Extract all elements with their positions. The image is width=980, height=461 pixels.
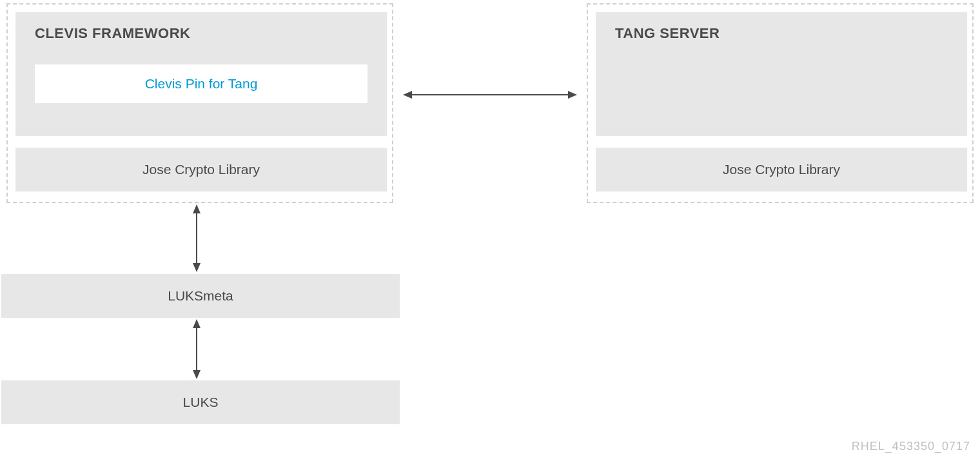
clevis-framework-box: CLEVIS FRAMEWORK Clevis Pin for Tang: [15, 12, 387, 136]
svg-marker-5: [193, 263, 201, 272]
footer-id: RHEL_453350_0717: [852, 440, 970, 453]
luksmeta-box: LUKSmeta: [1, 274, 400, 318]
svg-marker-8: [193, 370, 201, 379]
arrow-luksmeta-luks: [187, 319, 206, 379]
svg-marker-7: [193, 319, 201, 328]
arrow-clevis-tang: [403, 85, 577, 104]
clevis-pin-box: Clevis Pin for Tang: [35, 64, 368, 103]
arrow-jose-luksmeta: [187, 204, 206, 272]
jose-library-left: Jose Crypto Library: [15, 148, 387, 191]
svg-marker-4: [193, 204, 201, 213]
tang-server-box: TANG SERVER: [596, 12, 967, 136]
tang-server-title: TANG SERVER: [615, 25, 948, 42]
clevis-framework-title: CLEVIS FRAMEWORK: [35, 25, 368, 42]
svg-marker-2: [568, 91, 577, 99]
svg-marker-1: [403, 91, 412, 99]
luks-box: LUKS: [1, 380, 400, 424]
tang-group: TANG SERVER Jose Crypto Library: [587, 3, 974, 203]
clevis-group: CLEVIS FRAMEWORK Clevis Pin for Tang Jos…: [6, 3, 393, 203]
jose-library-right: Jose Crypto Library: [596, 148, 967, 191]
